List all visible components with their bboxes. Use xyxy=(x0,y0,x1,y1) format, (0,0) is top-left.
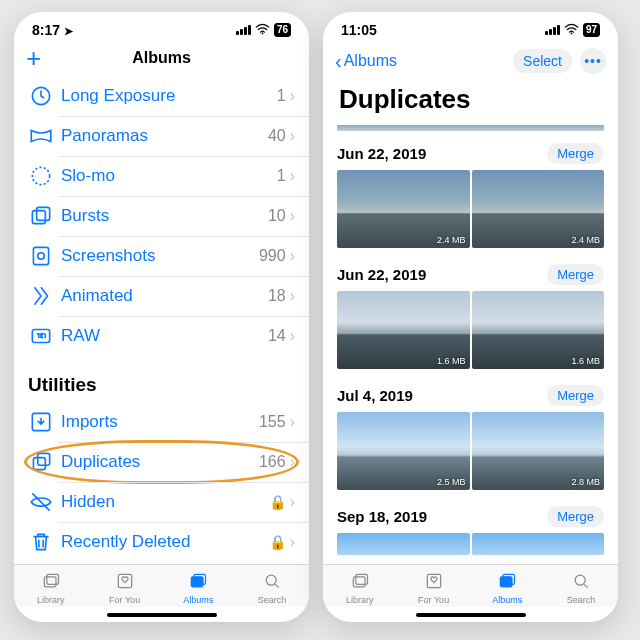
tab-search[interactable]: Search xyxy=(235,571,309,605)
select-button[interactable]: Select xyxy=(513,49,572,73)
add-button[interactable]: + xyxy=(26,48,41,68)
album-list: Long Exposure1›Panoramas40›Slo-mo1›Burst… xyxy=(14,76,309,564)
cellular-icon xyxy=(545,25,560,35)
album-row-slomo[interactable]: Slo-mo1› xyxy=(14,156,309,196)
merge-button[interactable]: Merge xyxy=(547,143,604,164)
nav-bar: ‹Albums Select ••• xyxy=(323,42,618,82)
merge-button[interactable]: Merge xyxy=(547,506,604,527)
chevron-right-icon: › xyxy=(290,453,295,471)
album-row-hidden[interactable]: Hidden🔒› xyxy=(14,482,309,522)
tab-label: Library xyxy=(346,595,374,605)
album-row-count: 40 xyxy=(268,127,286,145)
tab-foryou[interactable]: For You xyxy=(397,571,471,605)
tab-bar: LibraryFor YouAlbumsSearch xyxy=(14,564,309,607)
status-bar: 11:05 97 xyxy=(323,12,618,42)
peek-thumbnail xyxy=(337,125,604,131)
tab-albums[interactable]: Albums xyxy=(162,571,236,605)
duplicate-thumbnail[interactable]: 2.4 MB xyxy=(472,170,605,248)
ellipsis-icon: ••• xyxy=(584,53,602,69)
duplicate-group: Jun 22, 2019Merge2.4 MB2.4 MB xyxy=(323,133,618,254)
svg-rect-10 xyxy=(38,453,50,465)
album-row-count: 1 xyxy=(277,87,286,105)
album-row-imports[interactable]: Imports155› xyxy=(14,402,309,442)
album-row-deleted[interactable]: Recently Deleted🔒› xyxy=(14,522,309,562)
album-row-label: Screenshots xyxy=(61,246,259,266)
album-row-count: 155 xyxy=(259,413,286,431)
chevron-right-icon: › xyxy=(290,413,295,431)
group-date: Jun 22, 2019 xyxy=(337,266,426,283)
svg-rect-21 xyxy=(501,577,513,587)
duplicate-thumbnail[interactable] xyxy=(472,533,605,555)
more-button[interactable]: ••• xyxy=(580,48,606,74)
panoramas-icon xyxy=(28,125,54,147)
duplicate-thumbnail[interactable]: 1.6 MB xyxy=(337,291,470,369)
chevron-right-icon: › xyxy=(290,127,295,145)
lock-icon: 🔒 xyxy=(269,494,286,510)
album-row-panoramas[interactable]: Panoramas40› xyxy=(14,116,309,156)
duplicate-thumbnail[interactable]: 1.6 MB xyxy=(472,291,605,369)
status-bar: 8:17 ➤ 76 xyxy=(14,12,309,42)
svg-rect-18 xyxy=(353,577,365,587)
library-icon xyxy=(40,571,62,593)
album-row-count: 10 xyxy=(268,207,286,225)
animated-icon xyxy=(28,285,54,307)
status-time: 11:05 xyxy=(341,22,377,38)
tab-albums[interactable]: Albums xyxy=(471,571,545,605)
deleted-icon xyxy=(28,531,54,553)
album-row-label: Duplicates xyxy=(61,452,259,472)
svg-point-6 xyxy=(38,253,45,260)
album-row-animated[interactable]: Animated18› xyxy=(14,276,309,316)
tab-label: Search xyxy=(567,595,596,605)
svg-rect-3 xyxy=(32,211,45,224)
chevron-right-icon: › xyxy=(290,493,295,511)
status-time: 8:17 ➤ xyxy=(32,22,73,38)
chevron-left-icon: ‹ xyxy=(335,53,342,69)
tab-library[interactable]: Library xyxy=(323,571,397,605)
chevron-right-icon: › xyxy=(290,247,295,265)
battery-indicator: 76 xyxy=(274,23,291,37)
albums-icon xyxy=(187,571,209,593)
album-row-label: Hidden xyxy=(61,492,269,512)
tab-foryou[interactable]: For You xyxy=(88,571,162,605)
file-size-label: 2.8 MB xyxy=(571,477,600,487)
tab-bar: LibraryFor YouAlbumsSearch xyxy=(323,564,618,607)
tab-search[interactable]: Search xyxy=(544,571,618,605)
file-size-label: 2.4 MB xyxy=(571,235,600,245)
album-row-screenshots[interactable]: Screenshots990› xyxy=(14,236,309,276)
album-row-raw[interactable]: RAW14› xyxy=(14,316,309,356)
chevron-right-icon: › xyxy=(290,287,295,305)
albums-screen: 8:17 ➤ 76 + Albums Long Exposure1›Panora… xyxy=(14,12,309,622)
duplicate-thumbnail[interactable] xyxy=(337,533,470,555)
battery-indicator: 97 xyxy=(583,23,600,37)
wifi-icon xyxy=(564,22,579,38)
group-date: Jul 4, 2019 xyxy=(337,387,413,404)
album-row-label: Recently Deleted xyxy=(61,532,269,552)
raw-icon xyxy=(28,325,54,347)
bursts-icon xyxy=(28,205,54,227)
svg-rect-14 xyxy=(192,577,204,587)
screenshots-icon xyxy=(28,245,54,267)
home-indicator xyxy=(107,613,217,617)
merge-button[interactable]: Merge xyxy=(547,264,604,285)
album-row-duplicates[interactable]: Duplicates166› xyxy=(14,442,309,482)
album-row-long-exposure[interactable]: Long Exposure1› xyxy=(14,76,309,116)
file-size-label: 2.4 MB xyxy=(437,235,466,245)
duplicate-thumbnail[interactable]: 2.4 MB xyxy=(337,170,470,248)
file-size-label: 2.5 MB xyxy=(437,477,466,487)
album-row-count: 166 xyxy=(259,453,286,471)
tab-library[interactable]: Library xyxy=(14,571,88,605)
duplicate-thumbnail[interactable]: 2.8 MB xyxy=(472,412,605,490)
section-header-utilities: Utilities xyxy=(14,356,309,402)
chevron-right-icon: › xyxy=(290,327,295,345)
album-row-count: 18 xyxy=(268,287,286,305)
file-size-label: 1.6 MB xyxy=(437,356,466,366)
chevron-right-icon: › xyxy=(290,87,295,105)
tab-label: For You xyxy=(418,595,449,605)
chevron-right-icon: › xyxy=(290,167,295,185)
album-row-label: Slo-mo xyxy=(61,166,277,186)
duplicate-thumbnail[interactable]: 2.5 MB xyxy=(337,412,470,490)
merge-button[interactable]: Merge xyxy=(547,385,604,406)
album-row-bursts[interactable]: Bursts10› xyxy=(14,196,309,236)
cellular-icon xyxy=(236,25,251,35)
back-button[interactable]: ‹Albums xyxy=(335,52,397,70)
